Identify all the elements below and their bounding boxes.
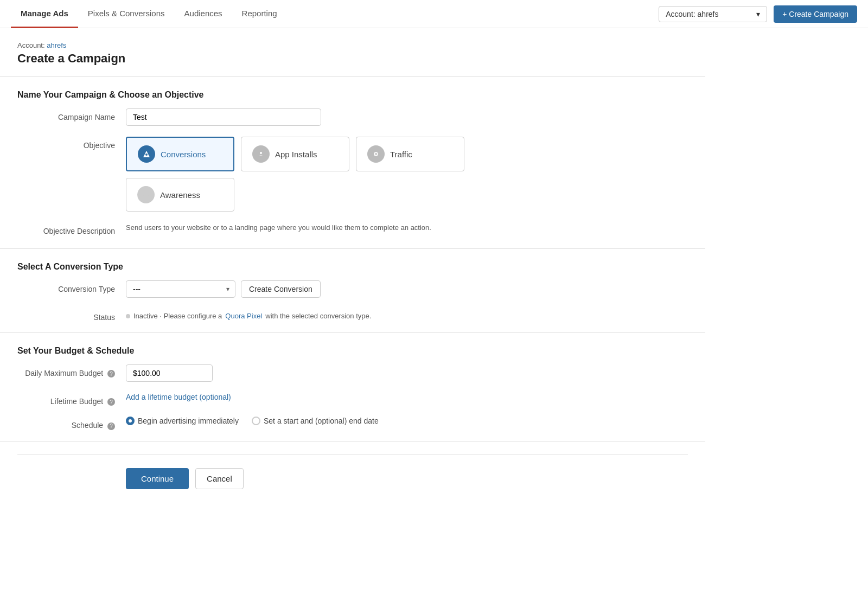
campaign-name-row: Campaign Name <box>17 108 688 126</box>
daily-budget-label: Daily Maximum Budget ? <box>17 364 126 377</box>
objective-card-conversions[interactable]: Conversions <box>126 137 234 171</box>
schedule-row: Schedule ? Begin advertising immediately… <box>17 417 688 430</box>
schedule-radio-group: Begin advertising immediately Set a star… <box>126 417 688 425</box>
traffic-icon <box>367 145 385 163</box>
section-divider-2 <box>0 248 705 249</box>
account-selector[interactable]: Account: ahrefs ▾ <box>659 6 767 22</box>
objective-conversions-label: Conversions <box>161 150 206 159</box>
lifetime-budget-control: Add a lifetime budget (optional) <box>126 393 688 401</box>
nav-pixels-conversions[interactable]: Pixels & Conversions <box>78 0 175 28</box>
schedule-label: Schedule ? <box>17 417 126 430</box>
breadcrumb: Account: ahrefs <box>17 41 688 49</box>
objective-card-awareness[interactable]: Awareness <box>126 178 234 212</box>
lifetime-budget-row: Lifetime Budget ? Add a lifetime budget … <box>17 393 688 406</box>
schedule-option-start-end[interactable]: Set a start and (optional) end date <box>252 417 379 425</box>
objective-desc-label: Objective Description <box>17 222 126 235</box>
section-divider-footer <box>0 441 705 441</box>
status-dot-icon <box>126 314 130 318</box>
nav-right: Account: ahrefs ▾ + Create Campaign <box>659 5 857 23</box>
objective-desc-text: Send users to your website or to a landi… <box>126 222 431 232</box>
section-divider-1 <box>0 76 705 77</box>
breadcrumb-account-link[interactable]: ahrefs <box>47 41 66 49</box>
account-label: Account: ahrefs <box>666 10 718 18</box>
conversion-type-row: Conversion Type --- ▾ Create Conversion <box>17 280 688 298</box>
schedule-option-immediate[interactable]: Begin advertising immediately <box>126 417 239 425</box>
section-divider-3 <box>0 332 705 333</box>
awareness-icon <box>137 186 155 203</box>
schedule-immediate-label: Begin advertising immediately <box>138 417 239 425</box>
quora-pixel-link[interactable]: Quora Pixel <box>225 312 262 320</box>
section1-title: Name Your Campaign & Choose an Objective <box>17 90 688 100</box>
status-label: Status <box>17 309 126 322</box>
conversion-type-select-wrapper: --- ▾ <box>126 280 235 298</box>
status-control: Inactive · Please configure a Quora Pixe… <box>126 309 688 320</box>
lifetime-budget-help-icon[interactable]: ? <box>107 398 115 406</box>
conversion-type-control: --- ▾ Create Conversion <box>126 280 688 298</box>
section-budget-schedule: Set Your Budget & Schedule Daily Maximum… <box>17 346 688 430</box>
radio-immediate-icon <box>126 417 135 425</box>
objective-traffic-label: Traffic <box>390 150 412 159</box>
page-content: Account: ahrefs Create a Campaign Name Y… <box>0 28 705 515</box>
daily-budget-control <box>126 364 688 382</box>
nav-audiences[interactable]: Audiences <box>175 0 232 28</box>
daily-budget-input[interactable] <box>126 364 213 382</box>
create-conversion-button[interactable]: Create Conversion <box>241 280 321 298</box>
dropdown-arrow-icon: ▾ <box>756 10 760 18</box>
conversion-type-select[interactable]: --- <box>126 281 235 297</box>
campaign-name-control <box>126 108 688 126</box>
radio-start-end-icon <box>252 417 260 425</box>
section-name-objective: Name Your Campaign & Choose an Objective… <box>17 90 688 235</box>
page-title: Create a Campaign <box>17 52 688 66</box>
lifetime-budget-link[interactable]: Add a lifetime budget (optional) <box>126 393 231 401</box>
schedule-help-icon[interactable]: ? <box>107 423 115 430</box>
svg-point-3 <box>260 152 262 154</box>
continue-button[interactable]: Continue <box>126 468 189 489</box>
objective-cards: Conversions App Installs <box>126 137 688 171</box>
objective-desc-row: Objective Description Send users to your… <box>17 222 688 235</box>
section2-title: Select A Conversion Type <box>17 262 688 272</box>
status-inactive-text: Inactive · Please configure a <box>133 312 222 320</box>
objective-cards-container: Conversions App Installs <box>126 137 688 212</box>
daily-budget-help-icon[interactable]: ? <box>107 370 115 377</box>
cancel-button[interactable]: Cancel <box>195 468 244 489</box>
lifetime-budget-label: Lifetime Budget ? <box>17 393 126 406</box>
objective-awareness-label: Awareness <box>160 190 200 200</box>
footer-buttons: Continue Cancel <box>17 455 688 502</box>
schedule-start-end-label: Set a start and (optional) end date <box>264 417 379 425</box>
objective-card-app-installs[interactable]: App Installs <box>241 137 349 171</box>
svg-point-6 <box>375 153 376 155</box>
breadcrumb-account-text: Account: <box>17 41 45 49</box>
daily-budget-row: Daily Maximum Budget ? <box>17 364 688 382</box>
schedule-control: Begin advertising immediately Set a star… <box>126 417 688 425</box>
app-installs-icon <box>252 145 270 163</box>
svg-point-1 <box>145 153 148 156</box>
campaign-name-input[interactable] <box>126 108 321 126</box>
objective-cards-row2: Awareness <box>126 178 688 212</box>
objective-card-traffic[interactable]: Traffic <box>356 137 464 171</box>
top-nav: Manage Ads Pixels & Conversions Audience… <box>0 0 868 28</box>
nav-manage-ads[interactable]: Manage Ads <box>11 0 78 28</box>
nav-reporting[interactable]: Reporting <box>232 0 287 28</box>
status-suffix-text: with the selected conversion type. <box>265 312 371 320</box>
status-row: Status Inactive · Please configure a Quo… <box>17 309 688 322</box>
create-campaign-button[interactable]: + Create Campaign <box>774 5 857 23</box>
objective-app-installs-label: App Installs <box>275 150 317 159</box>
objective-label: Objective <box>17 137 126 150</box>
section-conversion-type: Select A Conversion Type Conversion Type… <box>17 262 688 322</box>
conversion-type-label: Conversion Type <box>17 280 126 293</box>
conversions-icon <box>138 145 155 163</box>
section3-title: Set Your Budget & Schedule <box>17 346 688 356</box>
svg-marker-7 <box>142 191 150 199</box>
campaign-name-label: Campaign Name <box>17 108 126 121</box>
objective-row: Objective Conversions <box>17 137 688 212</box>
nav-links: Manage Ads Pixels & Conversions Audience… <box>11 0 659 28</box>
